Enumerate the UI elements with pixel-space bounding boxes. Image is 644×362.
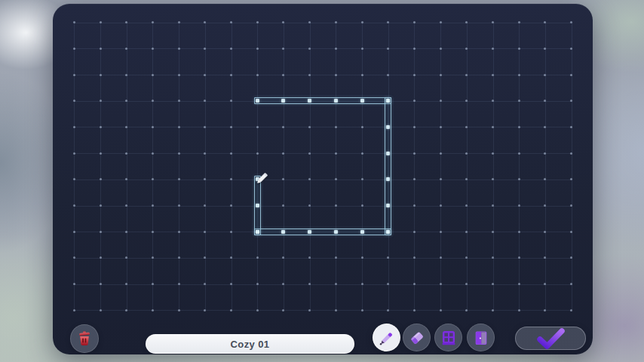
grid-line xyxy=(74,258,571,259)
grid-dot xyxy=(492,74,494,76)
grid-line xyxy=(440,23,441,311)
grid-dot xyxy=(178,74,180,76)
grid-dot xyxy=(440,204,442,207)
grid-dot xyxy=(465,74,468,76)
grid-dot xyxy=(544,48,546,50)
grid-dot xyxy=(178,48,180,50)
trash-icon xyxy=(75,329,94,348)
grid-dot xyxy=(570,126,572,128)
grid-line xyxy=(257,23,258,311)
pencil-cursor xyxy=(253,167,273,187)
grid-dot xyxy=(570,204,572,207)
confirm-button[interactable] xyxy=(515,327,586,350)
door-tool-button[interactable] xyxy=(467,324,495,351)
eraser-icon xyxy=(408,329,426,347)
grid-dot xyxy=(492,21,494,23)
grid-line xyxy=(284,23,284,311)
delete-room-button[interactable] xyxy=(70,324,99,353)
grid-dot xyxy=(308,21,311,23)
grid-dot xyxy=(518,283,520,285)
grid-dot xyxy=(125,283,127,285)
grid-dot xyxy=(73,204,75,207)
grid-dot xyxy=(178,231,180,233)
grid-dot xyxy=(413,152,416,155)
grid-dot xyxy=(570,256,572,259)
grid-dot xyxy=(100,100,102,102)
grid-line xyxy=(100,23,101,311)
grid-dot xyxy=(570,152,572,155)
grid-dot xyxy=(544,256,546,259)
grid-dot xyxy=(73,178,75,180)
grid-dot xyxy=(282,21,284,23)
grid-line xyxy=(74,206,571,207)
grid-dot xyxy=(308,178,311,180)
grid-dot xyxy=(204,231,206,233)
grid-dot xyxy=(204,283,206,285)
grid-dot xyxy=(282,74,284,76)
pencil-tool-button[interactable] xyxy=(373,324,400,351)
grid-dot xyxy=(152,152,154,155)
grid-dot xyxy=(125,152,127,155)
grid-dot xyxy=(465,48,468,50)
grid-dot xyxy=(230,126,232,128)
grid-dot xyxy=(544,309,546,311)
grid-line xyxy=(310,23,311,311)
grid-dot xyxy=(100,178,102,180)
grid-dot xyxy=(335,256,337,259)
blurred-background xyxy=(0,0,644,362)
grid-dot xyxy=(282,178,284,180)
grid-dot xyxy=(335,283,337,285)
grid-dot xyxy=(152,126,154,128)
grid-dot xyxy=(335,21,337,23)
grid-line xyxy=(336,23,336,311)
grid-dot xyxy=(178,152,180,155)
grid-dot xyxy=(465,231,468,233)
grid-dot xyxy=(152,256,154,259)
grid-dot xyxy=(73,21,75,23)
grid-dot xyxy=(125,204,127,207)
window-tool-button[interactable] xyxy=(434,324,462,351)
grid-dot xyxy=(282,256,284,259)
grid-dot xyxy=(518,178,520,180)
grid-dot xyxy=(518,100,520,102)
grid-dot xyxy=(204,48,206,50)
grid-dot xyxy=(492,283,494,285)
grid-dot xyxy=(518,48,520,50)
grid-dot xyxy=(125,74,127,76)
grid-dot xyxy=(544,100,546,102)
grid-dot xyxy=(518,204,520,207)
grid-dot xyxy=(544,126,546,128)
grid-dot xyxy=(204,74,206,76)
grid-dot xyxy=(361,126,363,128)
grid-dot xyxy=(100,74,102,76)
grid-line xyxy=(362,23,363,311)
grid-dot xyxy=(230,283,232,285)
grid-dot xyxy=(440,178,442,180)
room-name-input[interactable] xyxy=(146,334,354,354)
grid-dot xyxy=(465,204,468,207)
wall-stud xyxy=(281,230,285,234)
grid-line xyxy=(74,179,571,180)
grid-dot xyxy=(413,21,416,23)
grid-dot xyxy=(100,283,102,285)
grid-dot xyxy=(361,74,363,76)
window-icon xyxy=(440,329,458,347)
grid-dot xyxy=(440,100,442,102)
grid-dot xyxy=(440,126,442,128)
grid-dot xyxy=(387,74,389,76)
grid-dot xyxy=(282,152,284,155)
grid-dot xyxy=(413,100,416,102)
grid-dot xyxy=(308,256,311,259)
grid-dot xyxy=(465,126,468,128)
eraser-tool-button[interactable] xyxy=(403,324,431,351)
grid-dot xyxy=(570,74,572,76)
canvas-grid[interactable] xyxy=(53,4,593,354)
wall-segment xyxy=(254,229,392,235)
grid-line xyxy=(232,23,232,311)
grid-dot xyxy=(440,152,442,155)
grid-dot xyxy=(73,283,75,285)
grid-dot xyxy=(204,178,206,180)
wall-stud xyxy=(386,125,390,129)
grid-dot xyxy=(152,231,154,233)
grid-line xyxy=(74,23,75,311)
